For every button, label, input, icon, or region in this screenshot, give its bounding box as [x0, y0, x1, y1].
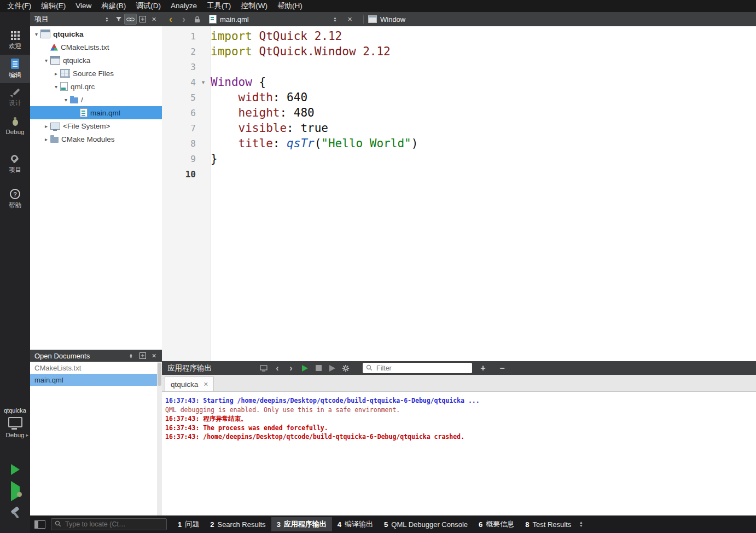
- scrollbar[interactable]: [157, 362, 162, 515]
- start-debugging-button[interactable]: [0, 482, 30, 501]
- collapse-arrow-icon[interactable]: ▾: [52, 84, 60, 90]
- menu-item-1[interactable]: 编辑(E): [36, 0, 71, 12]
- output-pane-button-1[interactable]: 1问题: [172, 517, 205, 531]
- menu-item-2[interactable]: View: [71, 0, 96, 12]
- line-number: 1: [162, 31, 196, 42]
- close-panel-icon[interactable]: [148, 351, 160, 361]
- open-document-item[interactable]: CMakeLists.txt: [30, 362, 162, 374]
- tree-item[interactable]: main.qml: [30, 106, 162, 119]
- locator-input[interactable]: [64, 520, 163, 529]
- output-pane-button-5[interactable]: 5QML Debugger Console: [379, 517, 473, 531]
- code-line[interactable]: 9}: [162, 151, 756, 166]
- code-line[interactable]: 10: [162, 166, 756, 182]
- menu-item-0[interactable]: 文件(F): [2, 0, 36, 12]
- output-tab[interactable]: qtquicka: [165, 376, 214, 391]
- tree-item[interactable]: ▸Source Files: [30, 67, 162, 80]
- output-pane-manage-arrows-icon[interactable]: [580, 521, 582, 528]
- mode-debug[interactable]: Debug: [0, 112, 30, 140]
- close-tab-icon[interactable]: [203, 380, 208, 389]
- close-panel-icon[interactable]: [148, 14, 160, 24]
- code-line[interactable]: 6 height: 480: [162, 105, 756, 120]
- qt-project-icon: [50, 56, 60, 65]
- mode-rail: 欢迎编辑设计Debug项目帮助 qtquicka Debug ▸: [0, 12, 30, 533]
- qt-creator-window: 文件(F)编辑(E)View构建(B)调试(D)Analyze工具(T)控制(W…: [0, 0, 756, 533]
- kit-selector-button[interactable]: qtquicka Debug ▸: [0, 406, 30, 438]
- expand-arrow-icon[interactable]: ▸: [42, 123, 50, 129]
- symbol-selector[interactable]: Window: [368, 15, 405, 24]
- tree-item[interactable]: ▾qtquicka: [30, 54, 162, 67]
- run-output-icon[interactable]: [300, 364, 309, 373]
- panel-title[interactable]: 项目: [34, 14, 49, 24]
- split-panel-icon[interactable]: [137, 351, 148, 361]
- tree-item[interactable]: ▾qml.qrc: [30, 80, 162, 93]
- build-button[interactable]: [0, 503, 30, 523]
- symbol-name: Window: [380, 15, 405, 24]
- locator[interactable]: [51, 518, 167, 530]
- output-pane-button-8[interactable]: 8Test Results: [520, 517, 577, 531]
- expand-arrow-icon[interactable]: ▸: [42, 136, 50, 142]
- mode-help[interactable]: 帮助: [0, 185, 30, 213]
- document-dropdown-icon[interactable]: [329, 14, 341, 24]
- tree-item[interactable]: ▸CMake Modules: [30, 132, 162, 146]
- tree-item[interactable]: ▾qtquicka: [30, 27, 162, 40]
- code-line[interactable]: 8 title: qsTr("Hello World"): [162, 136, 756, 151]
- zoom-in-icon[interactable]: [479, 364, 487, 373]
- attach-debugger-icon[interactable]: [328, 364, 336, 373]
- output-pane-button-3[interactable]: 3应用程序输出: [271, 517, 332, 531]
- mode-edit[interactable]: 编辑: [0, 55, 30, 83]
- tree-item[interactable]: CMakeLists.txt: [30, 40, 162, 54]
- application-output-log[interactable]: 16:37:43: Starting /home/deepins/Desktop…: [162, 392, 756, 515]
- settings-gear-icon[interactable]: [341, 364, 350, 373]
- menu-item-7[interactable]: 控制(W): [236, 0, 272, 12]
- output-pane-button-6[interactable]: 6概要信息: [473, 517, 520, 531]
- code-editor[interactable]: 1import QtQuick 2.122import QtQuick.Wind…: [162, 26, 756, 361]
- panel-chooser-arrows-icon[interactable]: [125, 351, 137, 361]
- rerun-icon[interactable]: [259, 364, 268, 373]
- panel-chooser-arrows-icon[interactable]: [101, 14, 113, 24]
- line-number: 7: [162, 123, 196, 134]
- output-filter[interactable]: [363, 363, 472, 373]
- menu-item-3[interactable]: 构建(B): [96, 0, 131, 12]
- code-line[interactable]: 4▾Window {: [162, 74, 756, 90]
- go-back-icon[interactable]: [164, 14, 177, 25]
- open-document-item[interactable]: main.qml: [30, 374, 162, 386]
- collapse-arrow-icon[interactable]: ▾: [62, 97, 70, 103]
- next-item-icon[interactable]: [287, 364, 295, 373]
- menu-item-5[interactable]: Analyze: [166, 0, 202, 12]
- previous-item-icon[interactable]: [273, 364, 282, 373]
- link-with-editor-icon[interactable]: [124, 14, 137, 25]
- toggle-left-sidebar-icon[interactable]: [34, 520, 45, 529]
- mode-welcome[interactable]: 欢迎: [0, 26, 30, 55]
- go-forward-icon[interactable]: [177, 14, 190, 25]
- tree-item[interactable]: ▾/: [30, 93, 162, 106]
- code-line[interactable]: 2import QtQuick.Window 2.12: [162, 44, 756, 59]
- output-pane-button-2[interactable]: 2Search Results: [205, 517, 271, 531]
- line-number: 5: [162, 92, 196, 103]
- zoom-out-icon[interactable]: [498, 364, 507, 373]
- menu-item-6[interactable]: 工具(T): [202, 0, 236, 12]
- code-line[interactable]: 1import QtQuick 2.12: [162, 28, 756, 44]
- menu-item-8[interactable]: 帮助(H): [272, 0, 307, 12]
- mode-projects[interactable]: 项目: [0, 150, 30, 178]
- run-button[interactable]: [0, 460, 30, 479]
- output-pane-button-4[interactable]: 4编译输出: [332, 517, 379, 531]
- code-line[interactable]: 3: [162, 59, 756, 74]
- expand-arrow-icon[interactable]: ▸: [52, 71, 60, 77]
- code-line[interactable]: 5 width: 640: [162, 90, 756, 105]
- filter-icon[interactable]: [113, 14, 124, 24]
- split-panel-icon[interactable]: [137, 14, 148, 24]
- stop-icon[interactable]: [314, 364, 323, 373]
- collapse-arrow-icon[interactable]: ▾: [32, 31, 40, 37]
- menu-item-4[interactable]: 调试(D): [131, 0, 166, 12]
- log-line: 16:37:43: /home/deepins/Desktop/qtcode/b…: [165, 432, 756, 442]
- code-line[interactable]: 7 visible: true: [162, 120, 756, 136]
- collapse-arrow-icon[interactable]: ▾: [42, 57, 50, 63]
- close-document-icon[interactable]: [344, 14, 356, 24]
- fold-marker-icon[interactable]: ▾: [196, 79, 211, 86]
- document-tab[interactable]: main.qml: [206, 12, 359, 26]
- panel-title[interactable]: Open Documents: [34, 352, 90, 360]
- tree-item[interactable]: ▸<File System>: [30, 119, 162, 132]
- editor-toolbar: main.qml Window: [162, 12, 756, 26]
- mode-design[interactable]: 设计: [0, 83, 30, 112]
- output-filter-input[interactable]: [375, 364, 469, 373]
